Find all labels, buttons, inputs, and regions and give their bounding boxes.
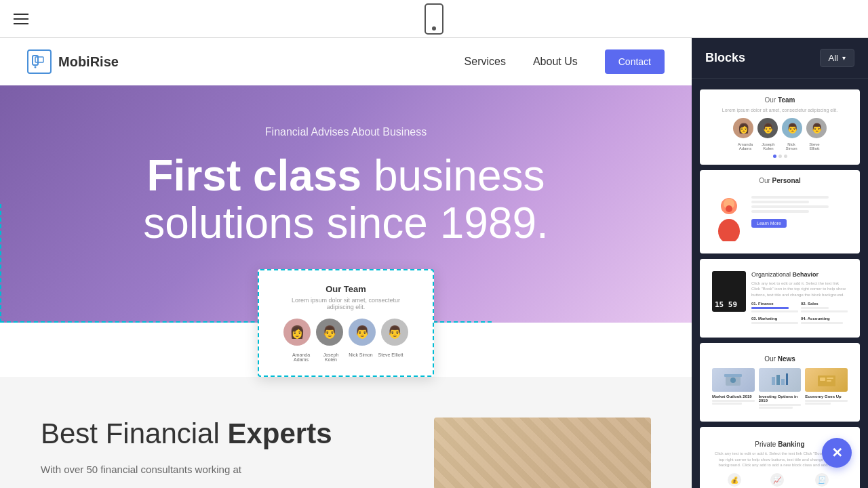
panel-filter-button[interactable]: All ▾ [820, 49, 854, 67]
personal-text-content: Learn More [751, 194, 848, 241]
card-dots [707, 155, 853, 158]
website-preview: MobiRise Services About Us Contact Finan… [0, 38, 692, 488]
sales-icon: 📈 [770, 473, 784, 487]
logo-text: MobiRise [58, 54, 119, 70]
personal-avatar-container [712, 194, 746, 241]
toolbar-center [425, 3, 443, 35]
org-item-line-2 [751, 310, 798, 312]
content-heading-bold: Experts [227, 418, 332, 449]
org-item-line-6 [801, 322, 843, 324]
card-our-team-sub: Lorem ipsum dolor sit amet, consectetur … [707, 108, 853, 113]
member-name-1: Amanda Adams [288, 352, 315, 362]
news-title-3: Economy Goes Up [805, 394, 848, 399]
svg-point-9 [730, 378, 736, 383]
member-name-2: Joseph Kolen [317, 352, 344, 362]
block-card-org-behavior[interactable]: 15 59 Organizational Behavior Click any … [700, 259, 860, 338]
svg-rect-13 [786, 373, 788, 385]
news-img-3 [805, 368, 848, 392]
close-panel-button[interactable]: ✕ [822, 438, 852, 468]
banking-icon-accounting: 🧾 Accounting [812, 473, 832, 488]
svg-point-6 [726, 205, 732, 212]
block-card-our-team[interactable]: Our Team Lorem ipsum dolor sit amet, con… [700, 89, 860, 165]
card-avatar-3: 👨 [782, 118, 802, 138]
personal-person-icon [712, 194, 746, 241]
nav-link-about[interactable]: About Us [533, 56, 578, 68]
svg-rect-8 [724, 374, 742, 377]
org-item-line-1 [751, 307, 789, 309]
org-item-line-3 [801, 307, 829, 309]
svg-rect-1 [35, 57, 43, 62]
news-line-4 [759, 407, 793, 409]
news-img-icon-3 [816, 370, 837, 390]
personal-line-3 [751, 205, 829, 208]
org-item-marketing: 03. Marketing [751, 317, 798, 325]
nav-links: Services About Us Contact [465, 49, 665, 74]
news-line-2 [712, 403, 742, 405]
team-overlay-sub: Lorem ipsum dolor sit amet, consectetur … [279, 297, 412, 310]
content-image [434, 418, 651, 488]
toolbar-left [14, 14, 28, 24]
svg-rect-16 [827, 378, 833, 379]
news-line-5 [805, 400, 848, 402]
hero-subtitle: Financial Advises About Business [41, 126, 651, 138]
svg-rect-12 [781, 379, 785, 385]
block-card-our-news[interactable]: Our News [700, 343, 860, 422]
personal-line-1 [751, 196, 829, 199]
card-names-row: Amanda Adams Joseph Kolen Nick Simon Ste… [707, 142, 853, 150]
org-clock-text: 15 59 [715, 300, 737, 309]
news-header: Our News [712, 355, 848, 363]
member-name-3: Nick Simon [347, 352, 374, 362]
svg-rect-17 [827, 380, 831, 382]
news-grid: Market Outlook 2019 [712, 368, 848, 409]
org-image: 15 59 [712, 271, 746, 312]
close-icon: ✕ [831, 446, 843, 460]
news-item-1: Market Outlook 2019 [712, 368, 755, 409]
card-avatar-2: 👨 [757, 118, 778, 138]
panel-title: Blocks [705, 51, 745, 65]
hamburger-menu[interactable] [14, 14, 28, 24]
svg-rect-11 [776, 375, 780, 385]
card-name-3: Nick Simon [781, 142, 802, 150]
team-overlay-block[interactable]: Our Team Lorem ipsum dolor sit amet, con… [258, 269, 434, 377]
news-line-1 [712, 400, 755, 402]
svg-rect-15 [820, 378, 825, 381]
org-para: Click any text to edit or add it. Select… [751, 281, 848, 298]
news-img-1 [712, 368, 755, 392]
selection-border-left [0, 204, 1, 323]
block-card-our-personal-inner: Our Personal [700, 170, 860, 253]
org-item-line-5 [751, 322, 798, 324]
team-overlay-title: Our Team [279, 284, 412, 294]
personal-learn-more-button[interactable]: Learn More [751, 219, 787, 228]
panel-scroll[interactable]: Our Team Lorem ipsum dolor sit amet, con… [692, 79, 868, 488]
site-nav: MobiRise Services About Us Contact [0, 38, 692, 85]
banking-icon-finance: 💰 Finance [728, 473, 742, 488]
avatar-1: 👩 [283, 319, 311, 346]
card-our-personal-header: Our Personal [707, 177, 853, 184]
content-text: Best Financial Experts With over 50 fina… [41, 418, 393, 479]
news-title-2: Investing Options in 2019 [759, 394, 802, 403]
avatar-2: 👨 [316, 319, 343, 346]
hero-title-normal: business [374, 151, 545, 200]
hero-title-line2: solutions since 1989. [143, 199, 549, 247]
content-image-texture [434, 418, 651, 488]
org-title: Organizational Behavior [751, 271, 848, 278]
member-name-4: Steve Elliott [377, 352, 404, 362]
toolbar [0, 0, 868, 38]
block-card-org-behavior-inner: 15 59 Organizational Behavior Click any … [700, 259, 860, 338]
card-name-2: Joseph Kolen [758, 142, 778, 150]
news-line-6 [805, 403, 831, 405]
personal-lines [751, 196, 848, 213]
card-name-1: Amanda Adams [735, 142, 755, 150]
chevron-down-icon: ▾ [842, 54, 846, 62]
block-card-our-personal[interactable]: Our Personal [700, 170, 860, 253]
avatar-4: 👨 [381, 319, 408, 346]
nav-cta-button[interactable]: Contact [605, 49, 665, 74]
org-item-line-4 [801, 310, 848, 312]
content-grid: Best Financial Experts With over 50 fina… [41, 418, 651, 488]
org-item-accounting: 04. Accounting [801, 317, 848, 325]
nav-link-services[interactable]: Services [465, 56, 506, 68]
mobile-preview-button[interactable] [425, 3, 443, 35]
panel-header: Blocks All ▾ [692, 38, 868, 79]
hero-section: Financial Advises About Business First c… [0, 85, 692, 323]
card-our-team-avatars: 👩 👨 👨 👨 [707, 118, 853, 138]
